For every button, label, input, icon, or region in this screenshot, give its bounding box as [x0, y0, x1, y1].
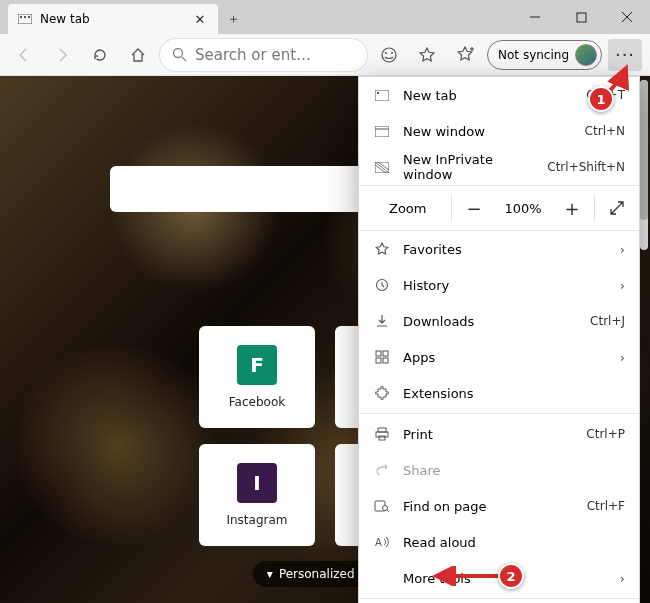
inprivate-icon: [373, 162, 391, 173]
svg-line-9: [182, 57, 186, 61]
svg-rect-15: [375, 90, 389, 101]
tracking-button[interactable]: [373, 39, 405, 71]
menu-favorites[interactable]: Favorites ›: [359, 231, 639, 267]
svg-rect-2: [24, 16, 26, 18]
svg-point-8: [174, 49, 183, 58]
window-icon: [373, 90, 391, 101]
share-icon: [373, 463, 391, 477]
toolbar: Search or ent… Not syncing ···: [0, 34, 650, 76]
menu-shortcut: Ctrl+J: [590, 314, 625, 328]
sync-label: Not syncing: [498, 48, 569, 62]
menu-label: Read aloud: [403, 535, 625, 550]
menu-label: Share: [403, 463, 625, 478]
svg-rect-23: [376, 358, 381, 363]
tile-instagram[interactable]: IInstagram: [199, 444, 315, 546]
annotation-callout-2: 2: [498, 563, 524, 589]
menu-label: Favorites: [403, 242, 608, 257]
menu-label: Find on page: [403, 499, 575, 514]
svg-point-12: [391, 52, 393, 54]
back-button[interactable]: [8, 39, 40, 71]
menu-separator: [359, 598, 639, 599]
menu-apps[interactable]: Apps ›: [359, 339, 639, 375]
menu-find[interactable]: Find on page Ctrl+F: [359, 488, 639, 524]
address-bar-placeholder: Search or ent…: [195, 46, 311, 64]
menu-label: New InPrivate window: [403, 152, 535, 182]
chevron-right-icon: ›: [620, 571, 625, 586]
menu-shortcut: Ctrl+N: [585, 124, 625, 138]
zoom-out-button[interactable]: −: [452, 186, 496, 230]
star-icon: [373, 242, 391, 256]
menu-label: History: [403, 278, 608, 293]
menu-label: Apps: [403, 350, 608, 365]
zoom-value: 100%: [496, 201, 550, 216]
home-button[interactable]: [122, 39, 154, 71]
close-window-button[interactable]: [604, 0, 650, 34]
menu-print[interactable]: Print Ctrl+P: [359, 416, 639, 452]
svg-rect-22: [383, 351, 388, 356]
profile-button[interactable]: Not syncing: [487, 40, 602, 70]
apps-icon: [373, 350, 391, 364]
svg-text:A: A: [375, 537, 382, 548]
refresh-button[interactable]: [84, 39, 116, 71]
tab-icon: [18, 14, 32, 24]
zoom-in-button[interactable]: +: [550, 186, 594, 230]
menu-label: New window: [403, 124, 573, 139]
search-icon: [172, 47, 187, 62]
tile-icon: F: [237, 345, 277, 385]
tile-label: Facebook: [229, 395, 285, 409]
menu-downloads[interactable]: Downloads Ctrl+J: [359, 303, 639, 339]
chevron-right-icon: ›: [620, 278, 625, 293]
browser-tab[interactable]: New tab ✕: [8, 4, 218, 34]
history-icon: [373, 278, 391, 292]
svg-point-10: [382, 48, 396, 62]
menu-extensions[interactable]: Extensions: [359, 375, 639, 411]
window-controls: [512, 0, 650, 34]
svg-rect-0: [18, 14, 32, 24]
read-aloud-icon: A: [373, 535, 391, 549]
menu-inprivate[interactable]: New InPrivate window Ctrl+Shift+N: [359, 149, 639, 185]
address-bar[interactable]: Search or ent…: [160, 39, 367, 71]
tile-facebook[interactable]: FFacebook: [199, 326, 315, 428]
annotation-callout-1: 1: [588, 86, 614, 112]
window-icon: [373, 126, 391, 137]
svg-rect-16: [377, 92, 379, 94]
maximize-button[interactable]: [558, 0, 604, 34]
chevron-right-icon: ›: [620, 242, 625, 257]
tab-title: New tab: [40, 12, 184, 26]
collections-button[interactable]: [449, 39, 481, 71]
forward-button[interactable]: [46, 39, 78, 71]
puzzle-icon: [373, 386, 391, 400]
fullscreen-button[interactable]: [595, 186, 639, 230]
menu-new-window[interactable]: New window Ctrl+N: [359, 113, 639, 149]
svg-rect-21: [376, 351, 381, 356]
chevron-right-icon: ›: [620, 350, 625, 365]
menu-label: New tab: [403, 88, 574, 103]
scrollbar-thumb[interactable]: [640, 80, 648, 220]
menu-read-aloud[interactable]: A Read aloud: [359, 524, 639, 560]
title-bar: New tab ✕ ＋: [0, 0, 650, 34]
menu-shortcut: Ctrl+Shift+N: [547, 160, 625, 174]
settings-menu: New tab Ctrl+T New window Ctrl+N New InP…: [358, 76, 640, 603]
menu-zoom: Zoom − 100% +: [359, 185, 639, 231]
svg-point-11: [385, 52, 387, 54]
svg-point-29: [383, 506, 388, 511]
menu-history[interactable]: History ›: [359, 267, 639, 303]
chevron-down-icon: ▾: [267, 567, 273, 581]
minimize-button[interactable]: [512, 0, 558, 34]
new-tab-button[interactable]: ＋: [218, 4, 248, 34]
svg-rect-25: [378, 428, 386, 432]
find-icon: [373, 499, 391, 513]
svg-rect-17: [375, 126, 389, 137]
menu-share: Share: [359, 452, 639, 488]
download-icon: [373, 314, 391, 328]
tile-label: Instagram: [226, 513, 287, 527]
menu-separator: [359, 413, 639, 414]
favorite-button[interactable]: [411, 39, 443, 71]
print-icon: [373, 427, 391, 441]
menu-label: Extensions: [403, 386, 625, 401]
tile-icon: I: [237, 463, 277, 503]
zoom-label: Zoom: [359, 201, 451, 216]
svg-rect-24: [383, 358, 388, 363]
svg-rect-5: [577, 13, 586, 22]
close-tab-icon[interactable]: ✕: [192, 12, 208, 27]
